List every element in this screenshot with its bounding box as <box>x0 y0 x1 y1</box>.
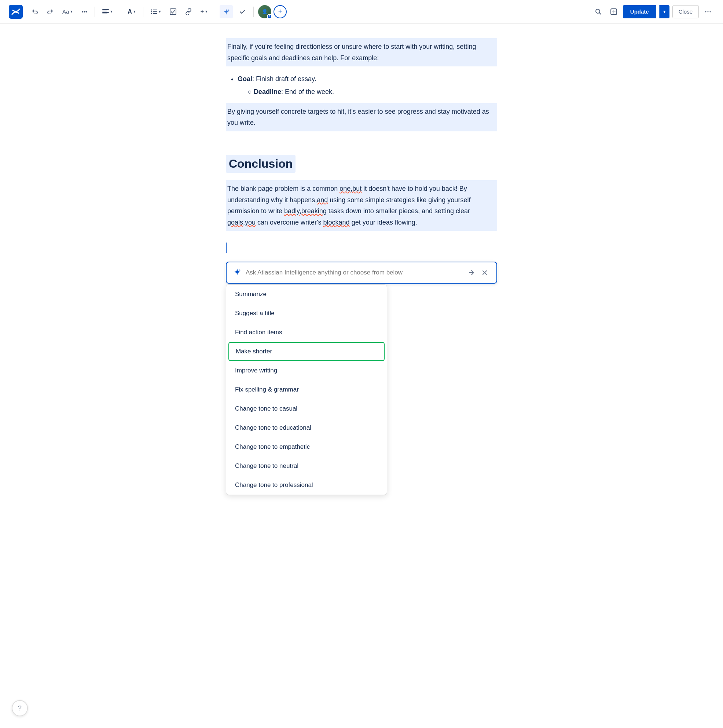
search-button[interactable] <box>592 5 605 18</box>
dropdown-item-tone-empathetic[interactable]: Change tone to empathetic <box>226 437 387 456</box>
divider-1 <box>95 7 95 17</box>
spell-error-badly: badly,breaking <box>284 207 327 215</box>
check-button[interactable] <box>236 5 249 18</box>
bullet-list: Goal: Finish draft of essay. Deadline: E… <box>238 74 497 97</box>
dropdown-item-tone-neutral[interactable]: Change tone to neutral <box>226 456 387 476</box>
spell-error-block: blockand <box>323 219 350 226</box>
dropdown-item-improve-writing[interactable]: Improve writing <box>226 361 387 380</box>
avatar-group: 👤 S + <box>258 5 287 18</box>
chevron-down-icon: ▾ <box>133 9 136 14</box>
ai-dropdown-menu: SummarizeSuggest a titleFind action item… <box>226 284 387 495</box>
body-paragraph: By giving yourself concrete targets to h… <box>226 103 497 132</box>
chevron-down-icon: ▾ <box>110 9 113 14</box>
dropdown-item-tone-educational[interactable]: Change tone to educational <box>226 418 387 437</box>
spell-error-one: one,but <box>340 185 362 192</box>
toolbar: Aa ▾ ••• ▾ A ▾ ▾ + ▾ <box>0 0 723 23</box>
checkbox-button[interactable] <box>167 5 179 18</box>
svg-point-12 <box>596 9 600 13</box>
divider-3 <box>143 7 143 17</box>
link-button[interactable] <box>182 5 195 18</box>
svg-point-15 <box>708 11 709 12</box>
chevron-down-icon: ▾ <box>70 9 73 14</box>
more-button[interactable]: ••• <box>78 5 90 18</box>
chevron-down-icon: ▾ <box>205 9 207 14</box>
spell-error-happens: and <box>317 196 328 203</box>
help-button[interactable]: ? <box>12 700 28 716</box>
text-format-label: Aa <box>63 8 69 15</box>
update-dropdown-button[interactable]: ▾ <box>659 5 670 18</box>
avatar[interactable]: 👤 S <box>258 5 271 18</box>
redo-button[interactable] <box>44 5 56 18</box>
dropdown-item-summarize[interactable]: Summarize <box>226 285 387 304</box>
ai-input-container <box>226 262 497 284</box>
conclusion-paragraph: The blank page problem is a common one,b… <box>226 180 497 231</box>
ai-close-button[interactable] <box>480 268 490 278</box>
svg-rect-6 <box>153 9 157 10</box>
confluence-logo[interactable] <box>9 5 23 19</box>
svg-point-16 <box>710 11 711 12</box>
svg-point-7 <box>151 11 152 12</box>
sub-list-item: Deadline: End of the week. <box>248 87 497 97</box>
avatar-badge: S <box>267 14 272 19</box>
divider-2 <box>120 7 120 17</box>
sub-list: Deadline: End of the week. <box>248 87 497 97</box>
chevron-down-icon: ▾ <box>159 9 161 14</box>
conclusion-heading: Conclusion <box>226 155 296 173</box>
dropdown-item-find-action-items[interactable]: Find action items <box>226 323 387 342</box>
ai-input-actions <box>466 268 490 278</box>
chevron-down-icon: ▾ <box>663 9 666 14</box>
list-item: Goal: Finish draft of essay. Deadline: E… <box>238 74 497 97</box>
bold-label: Goal <box>238 75 252 83</box>
dropdown-item-suggest-title[interactable]: Suggest a title <box>226 304 387 323</box>
divider-4 <box>215 7 215 17</box>
svg-rect-1 <box>102 9 109 10</box>
dropdown-item-make-shorter[interactable]: Make shorter <box>229 342 384 361</box>
insert-button[interactable]: + ▾ <box>198 5 210 18</box>
text-color-button[interactable]: A ▾ <box>125 5 139 18</box>
close-button[interactable]: Close <box>673 5 699 18</box>
text-cursor <box>226 243 227 253</box>
svg-rect-3 <box>102 12 109 13</box>
overflow-button[interactable] <box>702 5 714 18</box>
dropdown-item-fix-spelling[interactable]: Fix spelling & grammar <box>226 380 387 399</box>
ai-button[interactable] <box>220 5 233 18</box>
svg-rect-10 <box>153 13 157 14</box>
ai-sparkle-icon <box>233 268 241 278</box>
intro-paragraph: Finally, if you're feeling directionless… <box>226 38 497 66</box>
spell-error-goals: goals,you <box>227 219 256 226</box>
mode-button[interactable] <box>607 5 620 18</box>
divider-5 <box>253 7 254 17</box>
svg-rect-2 <box>102 11 107 11</box>
list-button[interactable]: ▾ <box>148 5 164 18</box>
undo-button[interactable] <box>29 5 41 18</box>
update-button[interactable]: Update <box>623 5 656 18</box>
dropdown-item-tone-professional[interactable]: Change tone to professional <box>226 476 387 495</box>
dropdown-item-tone-casual[interactable]: Change tone to casual <box>226 399 387 418</box>
svg-point-14 <box>705 11 706 12</box>
ai-submit-button[interactable] <box>466 268 477 278</box>
align-button[interactable]: ▾ <box>99 5 116 18</box>
svg-point-5 <box>151 9 152 10</box>
ai-input-field[interactable] <box>246 269 462 276</box>
add-user-button[interactable]: + <box>273 5 287 18</box>
svg-point-9 <box>151 13 152 14</box>
svg-rect-8 <box>153 11 157 12</box>
content-area: Finally, if you're feeling directionless… <box>204 23 519 568</box>
svg-rect-4 <box>102 14 107 14</box>
text-format-button[interactable]: Aa ▾ <box>59 5 76 18</box>
